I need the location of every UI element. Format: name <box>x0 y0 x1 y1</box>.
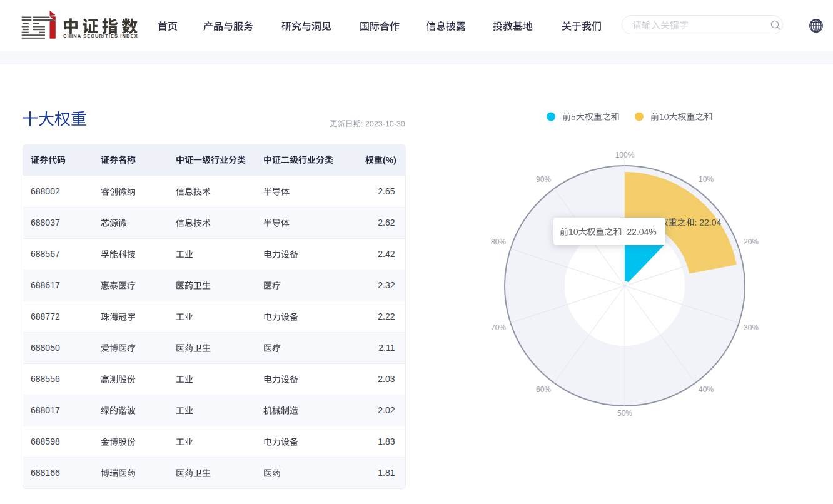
svg-text:70%: 70% <box>491 323 506 332</box>
svg-text:80%: 80% <box>491 238 506 246</box>
svg-text:90%: 90% <box>536 175 551 184</box>
svg-text:30%: 30% <box>744 323 759 332</box>
svg-text:40%: 40% <box>699 385 714 394</box>
svg-text:60%: 60% <box>536 385 551 394</box>
svg-text:100%: 100% <box>615 151 635 159</box>
svg-text:50%: 50% <box>617 409 632 418</box>
svg-text:20%: 20% <box>744 238 759 246</box>
svg-text:10%: 10% <box>699 175 714 184</box>
